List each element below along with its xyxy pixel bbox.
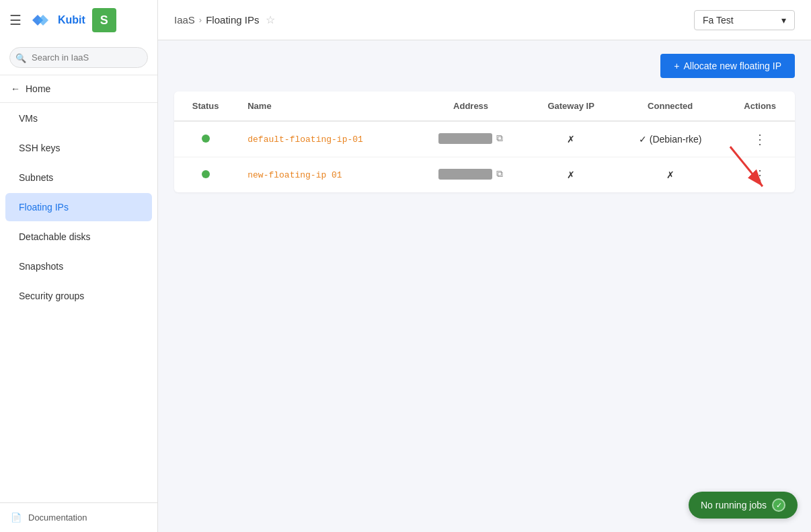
copy-icon[interactable]: ⧉ <box>496 168 503 180</box>
row1-actions-menu-button[interactable]: ⋮ <box>748 129 772 149</box>
row2-actions-menu-button[interactable]: ⋮ <box>748 165 772 185</box>
logo-area: Kubit <box>31 13 85 28</box>
search-icon: 🔍 <box>15 52 26 63</box>
col-header-actions: Actions <box>725 91 795 121</box>
search-input[interactable] <box>9 47 148 68</box>
topbar-right: Fa Test ▾ <box>694 10 795 30</box>
main-content: IaaS › Floating IPs ☆ Fa Test ▾ + Alloca… <box>158 0 811 532</box>
breadcrumb-current: Floating IPs <box>206 14 259 26</box>
row2-address: ⧉ <box>415 157 527 193</box>
jobs-badge-label: No running jobs <box>701 500 767 510</box>
row1-name: default-floating-ip-01 <box>237 121 415 157</box>
topbar: IaaS › Floating IPs ☆ Fa Test ▾ <box>158 0 811 40</box>
table-row: default-floating-ip-01 ⧉ ✗ ✓ (D <box>174 121 795 157</box>
row2-ip-redacted <box>438 169 492 180</box>
breadcrumb-parent[interactable]: IaaS <box>174 14 195 26</box>
no-running-jobs-badge[interactable]: No running jobs ✓ <box>689 492 798 519</box>
nav-items-list: VMs SSH keys Subnets Floating IPs Detach… <box>0 103 157 502</box>
sidebar-item-ssh-keys[interactable]: SSH keys <box>5 134 152 162</box>
kubit-logo-icon <box>31 13 55 28</box>
status-active-dot <box>202 135 210 143</box>
hamburger-icon[interactable]: ☰ <box>9 12 22 28</box>
sidebar-search-container: 🔍 <box>0 40 157 75</box>
home-label: Home <box>26 83 50 94</box>
sidebar-item-vms[interactable]: VMs <box>5 104 152 132</box>
row1-ip-redacted <box>438 133 492 144</box>
kubit-logo-text: Kubit <box>58 14 85 26</box>
row2-name: new-floating-ip 01 <box>237 157 415 193</box>
table-row: new-floating-ip 01 ⧉ ✗ ✗ <box>174 157 795 193</box>
content-header: + Allocate new floating IP <box>174 54 795 78</box>
row2-actions: ⋮ <box>725 157 795 193</box>
col-header-connected: Connected <box>615 91 725 121</box>
col-header-address: Address <box>415 91 527 121</box>
sidebar-item-security-groups[interactable]: Security groups <box>5 282 152 310</box>
col-header-status: Status <box>174 91 237 121</box>
floating-ips-table-container: Status Name Address Gateway IP Connected… <box>174 91 795 192</box>
breadcrumb: IaaS › Floating IPs ☆ <box>174 13 275 26</box>
row2-gateway: ✗ <box>527 157 615 193</box>
project-dropdown[interactable]: Fa Test ▾ <box>694 10 795 30</box>
documentation-icon: 📄 <box>11 512 22 523</box>
row1-status <box>174 121 237 157</box>
row1-actions: ⋮ <box>725 121 795 157</box>
sidebar: ☰ Kubit S 🔍 ← Home VMs SSH keys Subnets … <box>0 0 158 532</box>
home-arrow-icon: ← <box>11 83 20 94</box>
star-icon[interactable]: ☆ <box>266 13 275 26</box>
row2-status <box>174 157 237 193</box>
chevron-down-icon: ▾ <box>781 15 786 26</box>
col-header-gateway-ip: Gateway IP <box>527 91 615 121</box>
row1-gateway: ✗ <box>527 121 615 157</box>
row1-address-box: ⧉ <box>438 132 503 144</box>
sidebar-item-detachable-disks[interactable]: Detachable disks <box>5 223 152 251</box>
page-content: + Allocate new floating IP Status Name A… <box>158 40 811 532</box>
floating-ips-table: Status Name Address Gateway IP Connected… <box>174 91 795 192</box>
allocate-floating-ip-button[interactable]: + Allocate new floating IP <box>660 54 795 78</box>
sidebar-header: ☰ Kubit S <box>0 0 157 40</box>
table-header-row: Status Name Address Gateway IP Connected… <box>174 91 795 121</box>
allocate-btn-label: Allocate new floating IP <box>683 61 781 71</box>
copy-icon[interactable]: ⧉ <box>496 132 503 144</box>
sidebar-item-subnets[interactable]: Subnets <box>5 163 152 192</box>
project-label: Fa Test <box>703 15 734 26</box>
row2-address-box: ⧉ <box>438 168 503 180</box>
row1-connected: ✓ (Debian-rke) <box>615 121 725 157</box>
documentation-link[interactable]: 📄 Documentation <box>0 502 157 532</box>
row1-connected-check: ✓ (Debian-rke) <box>639 134 702 145</box>
home-nav-item[interactable]: ← Home <box>0 75 157 103</box>
row2-gateway-x: ✗ <box>567 169 575 180</box>
jobs-check-icon: ✓ <box>772 498 785 512</box>
row1-gateway-x: ✗ <box>567 134 575 145</box>
row2-name-text[interactable]: new-floating-ip 01 <box>247 170 342 180</box>
row1-name-text[interactable]: default-floating-ip-01 <box>247 135 363 145</box>
row2-connected: ✗ <box>615 157 725 193</box>
plus-icon: + <box>674 61 679 71</box>
sidebar-item-snapshots[interactable]: Snapshots <box>5 252 152 280</box>
status-active-dot <box>202 170 210 178</box>
documentation-label: Documentation <box>28 512 87 523</box>
sidebar-item-floating-ips[interactable]: Floating IPs <box>5 193 152 221</box>
col-header-name: Name <box>237 91 415 121</box>
row2-connected-x: ✗ <box>666 169 674 180</box>
breadcrumb-separator: › <box>199 15 202 25</box>
secondary-logo: S <box>92 8 116 32</box>
row1-address: ⧉ <box>415 121 527 157</box>
